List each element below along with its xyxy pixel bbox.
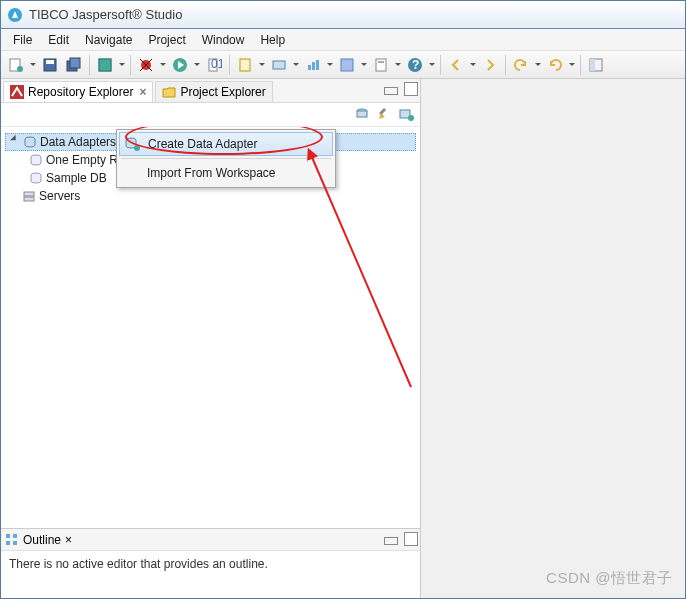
save-button[interactable]	[39, 54, 61, 76]
server-icon	[22, 189, 36, 203]
app-title: TIBCO Jaspersoft® Studio	[29, 7, 182, 22]
svg-rect-41	[6, 534, 10, 538]
help-button[interactable]: ?	[404, 54, 426, 76]
debug-dropdown[interactable]	[159, 60, 167, 69]
menu-help[interactable]: Help	[252, 31, 293, 49]
svg-rect-8	[99, 59, 111, 71]
menu-item-create-data-adapter[interactable]: Create Data Adapter	[119, 132, 333, 156]
repository-tree[interactable]: Data Adapters One Empty Record Sample DB…	[1, 127, 420, 528]
menu-item-label: Create Data Adapter	[148, 137, 257, 151]
dataset-button[interactable]	[268, 54, 290, 76]
undo-button[interactable]	[510, 54, 532, 76]
toolbar-separator	[505, 55, 506, 75]
maximize-view-icon[interactable]	[404, 82, 418, 96]
svg-rect-30	[379, 108, 386, 115]
menu-project[interactable]: Project	[140, 31, 193, 49]
run-button[interactable]	[169, 54, 191, 76]
new-adapter-icon[interactable]	[354, 106, 372, 124]
client-area: Repository Explorer × Project Explorer D…	[1, 79, 685, 598]
template-button[interactable]	[370, 54, 392, 76]
dataset-dropdown[interactable]	[292, 60, 300, 69]
database-icon	[29, 153, 43, 167]
nav-back-dropdown[interactable]	[469, 60, 477, 69]
toolbar-separator	[229, 55, 230, 75]
template-dropdown[interactable]	[394, 60, 402, 69]
build-dropdown[interactable]	[118, 60, 126, 69]
report-dropdown[interactable]	[258, 60, 266, 69]
main-toolbar: 010 ?	[1, 51, 685, 79]
style-dropdown[interactable]	[360, 60, 368, 69]
minimize-view-icon[interactable]	[384, 537, 398, 545]
chart-dropdown[interactable]	[326, 60, 334, 69]
svg-rect-18	[312, 62, 315, 70]
svg-rect-26	[590, 59, 595, 71]
repository-icon	[10, 85, 24, 99]
context-menu: Create Data Adapter Import From Workspac…	[116, 129, 336, 188]
tab-label: Project Explorer	[180, 85, 265, 99]
debug-button[interactable]	[135, 54, 157, 76]
outline-panel: Outline × There is no active editor that…	[1, 528, 420, 598]
svg-rect-17	[308, 65, 311, 70]
titlebar: TIBCO Jaspersoft® Studio	[1, 1, 685, 29]
svg-text:?: ?	[412, 58, 419, 72]
database-icon	[23, 135, 37, 149]
tab-project-explorer[interactable]: Project Explorer	[155, 81, 272, 102]
outline-tabstrip: Outline ×	[1, 529, 420, 551]
nav-fwd-button[interactable]	[479, 54, 501, 76]
add-server-icon[interactable]	[398, 106, 416, 124]
svg-rect-43	[13, 534, 17, 538]
toolbar-separator	[580, 55, 581, 75]
view-toolbar	[1, 103, 420, 127]
menubar: File Edit Navigate Project Window Help	[1, 29, 685, 51]
close-icon[interactable]: ×	[65, 533, 72, 547]
svg-rect-4	[46, 60, 54, 64]
menu-item-import-from-workspace[interactable]: Import From Workspace	[119, 161, 333, 185]
expand-icon[interactable]	[10, 137, 20, 147]
menu-file[interactable]: File	[5, 31, 40, 49]
outline-empty-text: There is no active editor that provides …	[9, 557, 268, 571]
svg-rect-21	[376, 59, 386, 71]
svg-rect-36	[24, 192, 34, 196]
minimize-view-icon[interactable]	[384, 87, 398, 95]
maximize-view-icon[interactable]	[404, 532, 418, 546]
run-dropdown[interactable]	[193, 60, 201, 69]
svg-rect-44	[13, 541, 17, 545]
nav-back-button[interactable]	[445, 54, 467, 76]
view-tabstrip: Repository Explorer × Project Explorer	[1, 79, 420, 103]
close-icon[interactable]: ×	[139, 85, 146, 99]
tree-label: Data Adapters	[40, 135, 116, 149]
edit-adapter-icon[interactable]	[376, 106, 394, 124]
chart-button[interactable]	[302, 54, 324, 76]
svg-rect-16	[273, 61, 285, 69]
tab-label: Repository Explorer	[28, 85, 133, 99]
svg-rect-42	[6, 541, 10, 545]
redo-dropdown[interactable]	[568, 60, 576, 69]
help-dropdown[interactable]	[428, 60, 436, 69]
report-button[interactable]	[234, 54, 256, 76]
app-icon	[7, 7, 23, 23]
menu-item-label: Import From Workspace	[147, 166, 275, 180]
tree-node-servers[interactable]: Servers	[5, 187, 416, 205]
new-button[interactable]	[5, 54, 27, 76]
svg-text:010: 010	[211, 57, 222, 71]
build-button[interactable]	[94, 54, 116, 76]
redo-button[interactable]	[544, 54, 566, 76]
perspective-button[interactable]	[585, 54, 607, 76]
svg-rect-15	[240, 59, 250, 71]
tab-repository-explorer[interactable]: Repository Explorer ×	[3, 81, 153, 102]
editor-area	[421, 79, 685, 598]
svg-rect-22	[378, 61, 384, 63]
style-button[interactable]	[336, 54, 358, 76]
svg-rect-19	[316, 60, 319, 70]
database-icon	[29, 171, 43, 185]
menu-edit[interactable]: Edit	[40, 31, 77, 49]
save-all-button[interactable]	[63, 54, 85, 76]
menu-window[interactable]: Window	[194, 31, 253, 49]
compile-button[interactable]: 010	[203, 54, 225, 76]
menu-navigate[interactable]: Navigate	[77, 31, 140, 49]
svg-point-39	[134, 145, 140, 151]
tree-label: Servers	[39, 189, 80, 203]
menu-separator	[121, 158, 331, 159]
undo-dropdown[interactable]	[534, 60, 542, 69]
new-dropdown[interactable]	[29, 60, 37, 69]
